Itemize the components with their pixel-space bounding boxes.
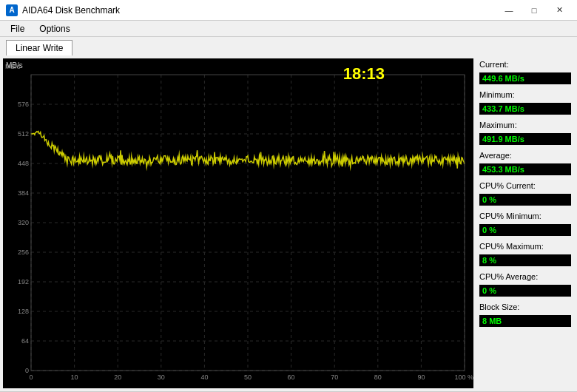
cpu-current-label: CPU% Current: xyxy=(479,181,571,190)
title-bar-left: A AIDA64 Disk Benchmark xyxy=(6,4,120,16)
cpu-average-label: CPU% Average: xyxy=(479,272,571,281)
right-panel: Current: 449.6 MB/s Minimum: 433.7 MB/s … xyxy=(473,55,577,391)
maximum-value: 491.9 MB/s xyxy=(479,133,571,145)
title-bar: A AIDA64 Disk Benchmark — □ ✕ xyxy=(0,0,577,21)
menu-options[interactable]: Options xyxy=(33,22,75,36)
average-value: 453.3 MB/s xyxy=(479,163,571,175)
current-value: 449.6 MB/s xyxy=(479,72,571,84)
maximum-label: Maximum: xyxy=(479,121,571,129)
current-label: Current: xyxy=(479,60,571,69)
block-size-label: Block Size: xyxy=(479,303,571,311)
close-button[interactable]: ✕ xyxy=(547,4,571,17)
tab-bar: Linear Write xyxy=(0,37,577,55)
minimum-value: 433.7 MB/s xyxy=(479,103,571,115)
average-label: Average: xyxy=(479,151,571,160)
cpu-minimum-value: 0 % xyxy=(479,224,571,236)
menu-bar: File Options xyxy=(0,21,577,37)
minimize-button[interactable]: — xyxy=(497,4,521,17)
app-icon: A xyxy=(6,4,18,16)
cpu-maximum-value: 8 % xyxy=(479,254,571,266)
menu-file[interactable]: File xyxy=(4,22,30,36)
y-axis-label: MB/s xyxy=(6,61,23,70)
cpu-maximum-label: CPU% Maximum: xyxy=(479,242,571,251)
maximize-button[interactable]: □ xyxy=(522,4,546,17)
tab-linear-write[interactable]: Linear Write xyxy=(6,40,72,55)
main-content: MB/s 18:13 Current: 449.6 MB/s Minimum: … xyxy=(0,55,577,391)
block-size-value: 8 MB xyxy=(479,315,571,327)
minimum-label: Minimum: xyxy=(479,90,571,99)
time-display: 18:13 xyxy=(343,64,385,84)
cpu-average-value: 0 % xyxy=(479,285,571,297)
window-title: AIDA64 Disk Benchmark xyxy=(22,5,120,16)
cpu-minimum-label: CPU% Minimum: xyxy=(479,212,571,220)
window-controls: — □ ✕ xyxy=(497,4,571,17)
chart-area: MB/s 18:13 xyxy=(3,58,473,388)
chart-canvas xyxy=(3,58,473,388)
cpu-current-value: 0 % xyxy=(479,194,571,206)
